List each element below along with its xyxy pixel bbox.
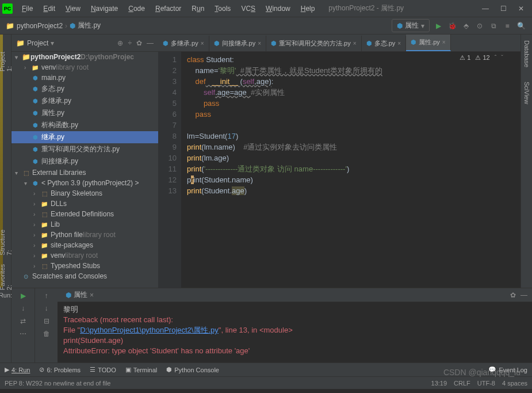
close-icon[interactable]: × [353,40,357,47]
right-tool-strip: Database SciView [520,35,532,288]
tree-file[interactable]: ⬢多态.py [12,83,158,95]
close-icon[interactable]: × [442,39,446,45]
indent[interactable]: 4 spaces [502,380,527,387]
bottom-run[interactable]: ▶ 4: Run [5,366,30,373]
run-output[interactable]: 黎明 Traceback (most recent call last): Fi… [58,302,532,363]
stop-run-button[interactable]: ↓ [21,304,25,312]
tree-lib[interactable]: ›⬚Typeshed Stubs [12,261,158,271]
menu-edit[interactable]: Edit [39,2,60,15]
debug-button[interactable]: 🐞 [447,21,457,31]
breadcrumb-file[interactable]: ⬢ 属性.py [70,21,101,30]
bottom-todo[interactable]: ☰ TODO [90,366,116,373]
trash-icon[interactable]: 🗑 [43,330,50,338]
error-badge[interactable]: ⚠ 1 [460,54,470,62]
tab[interactable]: ⬢重写和调用父类的方法.py× [266,36,362,51]
tree-lib[interactable]: ›📁venv library root [12,250,158,261]
close-button[interactable]: ✕ [518,5,524,13]
filter-icon[interactable]: ⊟ [44,317,49,325]
run-button[interactable]: ▶ [433,21,443,31]
status-bar: PEP 8: W292 no newline at end of file 13… [0,376,532,389]
menu-vcs[interactable]: VCS [236,2,260,15]
coverage-button[interactable]: ⬘ [461,21,471,31]
maximize-button[interactable]: ☐ [500,5,507,13]
tree-file[interactable]: ⬢属性.py [12,107,158,119]
sidetab-favorites[interactable]: 2: Favorites [0,264,13,290]
tree-lib[interactable]: ›📁Python file library root [12,230,158,240]
sidetab-sciview[interactable]: SciView [523,82,530,104]
up-arrow-icon[interactable]: ↑ [45,292,48,300]
tree-file[interactable]: ⬢间接继承.py [12,155,158,167]
bottom-console[interactable]: ⬢ Python Console [166,366,219,373]
titlebar: PC File Edit View Navigate Code Refactor… [0,0,532,17]
stop-button[interactable]: ■ [502,21,512,31]
tab[interactable]: ⬢多继承.py× [158,36,209,51]
nav-up-icon[interactable]: ˆ [495,54,497,62]
menu-window[interactable]: Window [261,2,295,15]
run-toolbar: ▶ ↓ ⇄ ⋯ [12,288,35,363]
navbar: 📁 pythonProject2 › ⬢ 属性.py ⬢ 属性 ▾ ▶ 🐞 ⬘ … [0,17,532,35]
profile-button[interactable]: ⊙ [474,21,485,31]
tree-lib[interactable]: ›📁site-packages [12,240,158,250]
code-area[interactable]: class Student: name='黎明' #属于类属性，就是Studen… [181,52,520,288]
tree-root[interactable]: ▾📁 pythonProject2 D:\pythonProjec [12,52,158,62]
tree-ext-lib[interactable]: ▾⬚External Libraries [12,167,158,178]
line-sep[interactable]: CRLF [454,380,470,387]
warning-badge[interactable]: ⚠ 12 [475,54,489,62]
menu-view[interactable]: View [61,2,85,15]
rerun-button[interactable]: ▶ [21,292,26,300]
minimize-button[interactable]: — [482,5,489,13]
sidetab-structure[interactable]: 7: Structure [0,230,13,255]
menu-navigate[interactable]: Navigate [86,2,123,15]
bottom-terminal[interactable]: ▣ Terminal [125,366,158,373]
scroll-button[interactable]: ⋯ [20,330,26,338]
gear-icon[interactable]: ✿ [510,291,516,299]
breadcrumb-project[interactable]: 📁 pythonProject2 [6,22,63,30]
tree-file[interactable]: ⬢析构函数.py [12,119,158,131]
locate-icon[interactable]: ⊕ [117,39,123,47]
run-label: Run: [0,292,12,299]
hide-run-icon[interactable]: — [520,291,527,299]
tree-lib[interactable]: ›⬚Binary Skeletons [12,188,158,199]
encoding[interactable]: UTF-8 [477,380,495,387]
tree-lib[interactable]: ›📁DLLs [12,199,158,209]
tree-scratch[interactable]: ⊙Scratches and Consoles [12,271,158,281]
menu-code[interactable]: Code [124,2,150,15]
sidetab-project[interactable]: 1: Project [0,52,13,71]
expand-icon[interactable]: ÷ [128,39,132,47]
tab-active[interactable]: ⬢属性.py× [406,35,451,51]
tree-file-selected[interactable]: ⬢继承.py [12,131,158,143]
tab[interactable]: ⬢多态.py× [362,36,407,51]
tree-lib[interactable]: ›📁Lib [12,219,158,230]
hide-icon[interactable]: — [147,39,154,47]
settings-icon[interactable]: ✿ [136,39,142,47]
tree-file[interactable]: ⬢main.py [12,73,158,83]
close-icon[interactable]: × [258,40,261,47]
menu-run[interactable]: Run [187,2,209,15]
run-config-selector[interactable]: ⬢ 属性 ▾ [392,19,430,32]
soft-wrap-button[interactable]: ⇄ [20,317,26,325]
project-tree: ▾📁 pythonProject2 D:\pythonProjec ›📁venv… [12,52,158,288]
close-icon[interactable]: × [201,40,204,47]
tree-lib[interactable]: ›⬚Extended Definitions [12,209,158,219]
run-tab[interactable]: ⬢属性 × [62,289,97,301]
menu-tools[interactable]: Tools [210,2,235,15]
tree-python[interactable]: ▾⬢< Python 3.9 (pythonProject2) > [12,178,158,188]
tree-venv[interactable]: ›📁venv library root [12,62,158,73]
sidetab-database[interactable]: Database [523,40,530,67]
search-button[interactable]: 🔍 [516,21,526,31]
menu-file[interactable]: File [17,2,37,15]
menu-refactor[interactable]: Refactor [151,2,186,15]
menu-help[interactable]: Help [296,2,320,15]
bottom-problems[interactable]: ⊘ 6: Problems [39,366,81,373]
tree-file[interactable]: ⬢多继承.py [12,95,158,107]
cursor-pos[interactable]: 13:19 [431,380,447,387]
panel-title[interactable]: 📁 Project ▾ [16,39,117,47]
tab[interactable]: ⬢间接继承.py× [209,36,267,51]
close-icon[interactable]: × [397,40,401,47]
concurrency-button[interactable]: ⧉ [488,21,499,31]
nav-down-icon[interactable]: ˇ [501,54,503,62]
output-line: print(Student.age) [63,335,526,346]
file-link[interactable]: D:\pythonProject1\pythonProject2\属性.py [80,326,219,334]
down-arrow-icon[interactable]: ↓ [45,304,48,312]
tree-file[interactable]: ⬢重写和调用父类的方法.py [12,143,158,155]
